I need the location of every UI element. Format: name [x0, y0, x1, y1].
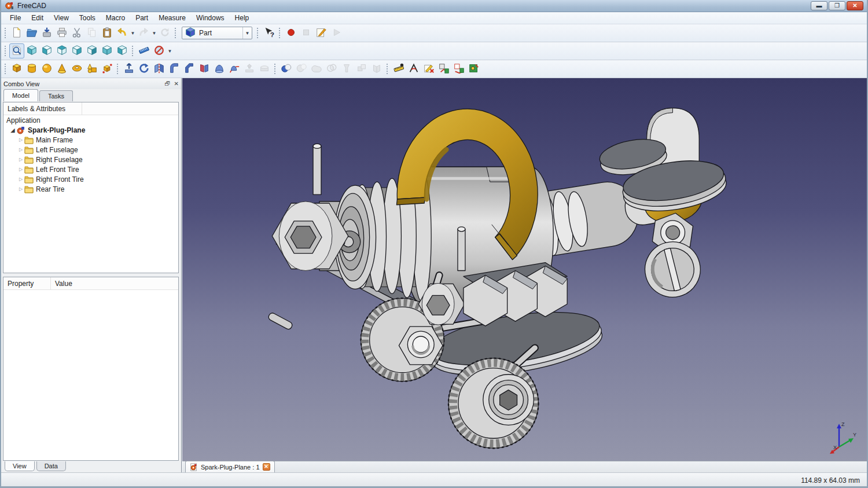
save-button[interactable]	[39, 25, 54, 41]
view-bottom-button[interactable]	[100, 43, 115, 58]
menu-help[interactable]: Help	[230, 13, 255, 23]
extrude-button[interactable]	[122, 61, 137, 76]
thickness-button[interactable]	[257, 61, 272, 76]
whats-this-button[interactable]: ?	[262, 25, 277, 41]
part-primitives-button[interactable]	[84, 61, 100, 76]
cut-button[interactable]	[69, 25, 84, 41]
menu-tools[interactable]: Tools	[74, 13, 101, 23]
paste-button[interactable]	[100, 25, 115, 41]
menu-part[interactable]: Part	[130, 13, 153, 23]
open-folder-button[interactable]	[24, 25, 39, 41]
view-left-button[interactable]	[115, 43, 130, 58]
tab-data[interactable]: Data	[36, 461, 66, 471]
tab-model[interactable]: Model	[3, 89, 38, 101]
boolean-common-button[interactable]	[324, 61, 339, 76]
redo-dropdown-icon[interactable]: ▼	[151, 25, 157, 41]
float-panel-icon[interactable]: 🗗	[165, 80, 171, 87]
boolean-union-button[interactable]	[309, 61, 324, 76]
boolean-button[interactable]	[279, 61, 294, 76]
toolbar-grip-view[interactable]	[4, 45, 7, 57]
close-panel-icon[interactable]: ✕	[174, 80, 179, 87]
expand-icon[interactable]: ▷	[17, 157, 24, 162]
undo-button[interactable]	[115, 25, 130, 41]
toolbar-grip-workbench[interactable]	[174, 27, 177, 39]
collapse-icon[interactable]: ◢	[9, 127, 16, 133]
ruled-surface-button[interactable]	[197, 61, 212, 76]
boolean-cut-button[interactable]	[294, 61, 309, 76]
part-sphere-button[interactable]	[39, 61, 54, 76]
tree-item-document[interactable]: ◢Spark-Plug-Plane	[3, 125, 178, 135]
shape-builder-button[interactable]	[100, 61, 115, 76]
menu-windows[interactable]: Windows	[191, 13, 230, 23]
view-top-button[interactable]	[54, 43, 69, 58]
expand-icon[interactable]: ▷	[17, 177, 24, 182]
tree-item-application[interactable]: Application	[3, 115, 178, 125]
menu-edit[interactable]: Edit	[26, 13, 49, 23]
part-box-button[interactable]	[9, 61, 24, 76]
toolbar-grip-primitives[interactable]	[4, 63, 7, 75]
3d-viewport[interactable]: Z Y X	[182, 78, 867, 461]
menu-measure[interactable]: Measure	[153, 13, 191, 23]
clear-clipping-button[interactable]	[152, 43, 167, 58]
refresh-button[interactable]	[157, 25, 172, 41]
measure-toggle-all-button[interactable]	[436, 61, 451, 76]
offset-button[interactable]	[242, 61, 257, 76]
loft-button[interactable]	[212, 61, 227, 76]
part-cylinder-button[interactable]	[24, 61, 39, 76]
measure-distance-button[interactable]	[137, 43, 152, 58]
measure-toggle-3d-button[interactable]	[451, 61, 466, 76]
clear-clipping-dropdown-icon[interactable]: ▼	[167, 43, 173, 58]
menu-view[interactable]: View	[49, 13, 74, 23]
part-cone-button[interactable]	[54, 61, 69, 76]
macro-edit-button[interactable]	[314, 25, 329, 41]
tab-tasks[interactable]: Tasks	[39, 90, 73, 101]
tree-item-right-fuselage[interactable]: ▷Right Fuselage	[3, 155, 178, 164]
redo-button[interactable]	[136, 25, 151, 41]
menu-macro[interactable]: Macro	[101, 13, 130, 23]
view-right-button[interactable]	[69, 43, 84, 58]
tree-item-main-frame[interactable]: ▷Main Frame	[3, 135, 178, 145]
measure-toggle-delta-button[interactable]	[466, 61, 481, 76]
tree-item-rear-tire[interactable]: ▷Rear Tire	[3, 184, 178, 194]
mirror-button[interactable]	[152, 61, 167, 76]
boolean-join-button[interactable]	[339, 61, 354, 76]
expand-icon[interactable]: ▷	[17, 186, 24, 192]
macro-play-button[interactable]	[329, 25, 344, 41]
toolbar-grip-boolean[interactable]	[274, 63, 277, 75]
splitter-button[interactable]	[369, 61, 384, 76]
undo-dropdown-icon[interactable]: ▼	[130, 25, 136, 41]
document-tab-close-icon[interactable]: ✕	[263, 463, 270, 471]
view-rear-button[interactable]	[84, 43, 100, 58]
toolbar-grip-clip[interactable]	[131, 45, 134, 57]
minimize-button[interactable]: ▬	[811, 1, 827, 10]
revolve-button[interactable]	[137, 61, 152, 76]
tree-item-left-fuselage[interactable]: ▷Left Fuselage	[3, 145, 178, 155]
macro-record-button[interactable]	[284, 25, 299, 41]
toolbar-grip-macro[interactable]	[278, 27, 281, 39]
measure-clear-all-button[interactable]	[421, 61, 436, 76]
compound-button[interactable]	[354, 61, 369, 76]
view-front-button[interactable]	[39, 43, 54, 58]
macro-stop-button[interactable]	[299, 25, 314, 41]
toolbar-grip-file[interactable]	[4, 27, 7, 39]
view-axonometric-button[interactable]	[24, 43, 39, 58]
workbench-selector[interactable]: Part▼	[182, 27, 252, 39]
part-torus-button[interactable]	[69, 61, 84, 76]
tab-view[interactable]: View	[5, 461, 35, 471]
restore-button[interactable]: ❐	[829, 1, 845, 10]
toolbar-grip-part-tools[interactable]	[116, 63, 119, 75]
tree-item-right-front-tire[interactable]: ▷Right Front Tire	[3, 174, 178, 184]
fit-all-button[interactable]	[9, 43, 24, 58]
new-document-button[interactable]	[9, 25, 24, 41]
workbench-dropdown-icon[interactable]: ▼	[242, 27, 252, 39]
close-button[interactable]: ✕	[847, 1, 863, 10]
copy-button[interactable]	[84, 25, 100, 41]
toolbar-grip-measure[interactable]	[386, 63, 389, 75]
document-tab[interactable]: Spark-Plug-Plane : 1 ✕	[185, 461, 275, 472]
menu-file[interactable]: File	[5, 13, 26, 23]
chamfer-button[interactable]	[182, 61, 197, 76]
expand-icon[interactable]: ▷	[17, 137, 24, 142]
expand-icon[interactable]: ▷	[17, 167, 24, 172]
tree-item-left-front-tire[interactable]: ▷Left Front Tire	[3, 164, 178, 174]
measure-angular-button[interactable]	[406, 61, 421, 76]
